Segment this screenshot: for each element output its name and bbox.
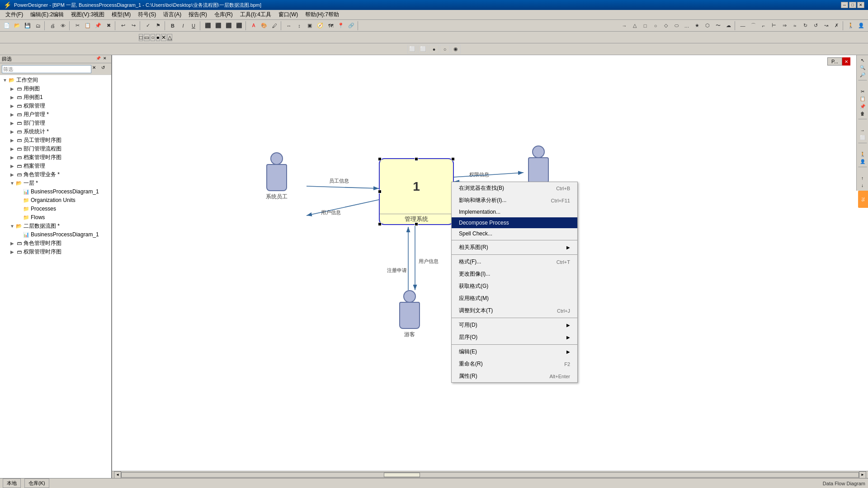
maximize-button[interactable]: □ <box>849 2 856 8</box>
panel-close[interactable]: ✕ <box>103 56 109 62</box>
handle-bl[interactable] <box>378 222 382 226</box>
menu-window[interactable]: 窗口(W) <box>275 10 302 19</box>
ctx-properties[interactable]: 属性(R) Alt+Enter <box>452 370 577 382</box>
tree-item-user-mgmt[interactable]: ▶🗃用户管理 * <box>0 110 111 119</box>
t3-btn4[interactable]: ○ <box>440 45 450 54</box>
close-button[interactable]: ✕ <box>857 2 864 8</box>
align-left[interactable]: ⬛ <box>203 21 213 30</box>
shape-cloud[interactable]: ☁ <box>723 21 733 30</box>
underline-btn[interactable]: U <box>189 21 198 30</box>
menu-repo[interactable]: 仓库(R) <box>211 10 236 19</box>
rp-down[interactable]: ↓ <box>858 183 867 189</box>
rp-up[interactable]: ↑ <box>858 175 867 181</box>
t3-btn1[interactable]: ⬜ <box>407 45 417 54</box>
tree-item-layer2[interactable]: ▼📂二层数据流图 * <box>0 222 111 230</box>
tree-item-dept-flow[interactable]: ▶🗃部门管理流程图 <box>0 145 111 153</box>
hscroll-left[interactable]: ◄ <box>114 471 121 479</box>
cut-btn[interactable]: ✂ <box>72 21 82 30</box>
t3-btn2[interactable]: ⬜ <box>418 45 428 54</box>
shape-tri[interactable]: △ <box>630 21 640 30</box>
hscroll-right[interactable]: ► <box>859 471 866 479</box>
check2-btn[interactable]: ⚑ <box>153 21 163 30</box>
tree-item-emp-mgmt-seq[interactable]: ▶🗃员工管理时序图 <box>0 136 111 145</box>
canvas[interactable]: 员工信息 用户信息 权限信息 显示信息 用户信息 注册申请 <box>112 55 868 471</box>
tree-item-usecase1[interactable]: ▶🗃用例图1 <box>0 93 111 102</box>
filter-input[interactable] <box>2 65 91 73</box>
person-sys-emp[interactable]: 系统员工 <box>266 152 288 201</box>
palette-rect[interactable]: □ <box>139 34 143 41</box>
tree-item-file-mgmt-seq[interactable]: ▶🗃档案管理时序图 <box>0 153 111 162</box>
orange-tab[interactable]: 76 <box>858 191 868 208</box>
status-local-tab[interactable]: 本地 <box>3 479 21 488</box>
group-btn[interactable]: ▣ <box>305 21 315 30</box>
shape-wave[interactable]: 〜 <box>713 21 723 30</box>
rp-copy[interactable]: 📋 <box>858 96 867 102</box>
ctx-format[interactable]: 格式(F)... Ctrl+T <box>452 256 577 268</box>
menu-edit[interactable]: 编辑(E):2编辑 <box>27 10 67 19</box>
open-btn[interactable]: 📂 <box>12 21 22 30</box>
line-straight[interactable]: — <box>738 21 748 30</box>
person2-icon-btn[interactable]: 👤 <box>856 21 866 30</box>
person-admin[interactable] <box>528 145 549 186</box>
rp-person2[interactable]: 👤 <box>858 159 867 165</box>
nav3-btn[interactable]: 📍 <box>336 21 346 30</box>
shape-rect[interactable]: □ <box>640 21 650 30</box>
panel-pin[interactable]: 📌 <box>96 56 102 62</box>
nav2-btn[interactable]: 🗺 <box>326 21 335 30</box>
shape-diamond[interactable]: ◇ <box>661 21 671 30</box>
shape-star[interactable]: ★ <box>692 21 702 30</box>
copy-btn[interactable]: 📋 <box>83 21 93 30</box>
palette-tri[interactable]: △ <box>167 34 172 41</box>
tree-item-bpd2[interactable]: 📊BusinessProcessDiagram_1 <box>0 230 111 239</box>
ctx-align-text[interactable]: 调整到文本(T) Ctrl+J <box>452 305 577 317</box>
t3-btn3[interactable]: ● <box>429 45 439 54</box>
ctx-edit[interactable]: 编辑(E) ▶ <box>452 346 577 358</box>
align-right[interactable]: ⬛ <box>224 21 234 30</box>
shape-arrow[interactable]: → <box>619 21 629 30</box>
line-angle[interactable]: ⌐ <box>759 21 769 30</box>
paste-btn[interactable]: 📌 <box>93 21 103 30</box>
tree-item-file-mgmt[interactable]: ▶🗃档案管理 <box>0 162 111 170</box>
shape-more[interactable]: … <box>682 21 692 30</box>
palette-x[interactable]: ✕ <box>161 34 166 41</box>
check-btn[interactable]: ✓ <box>143 21 153 30</box>
menu-report[interactable]: 报告(R) <box>185 10 211 19</box>
menu-view[interactable]: 视图(V):3视图 <box>67 10 108 19</box>
ctx-layer[interactable]: 层序(O) ▶ <box>452 331 577 343</box>
line-round[interactable]: ↻ <box>800 21 810 30</box>
align-center[interactable]: ⬛ <box>213 21 223 30</box>
bg-color[interactable]: 🎨 <box>259 21 269 30</box>
person-guest[interactable]: 游客 <box>399 290 420 338</box>
rp-arrow[interactable]: ↖ <box>858 57 867 63</box>
minimize-button[interactable]: ─ <box>841 2 848 8</box>
preview-btn[interactable]: 👁 <box>58 21 68 30</box>
rp-box[interactable]: ⬜ <box>858 135 867 141</box>
italic-btn[interactable]: I <box>178 21 188 30</box>
ctx-apply-format[interactable]: 应用格式(M) <box>452 292 577 305</box>
p-panel-tab[interactable]: P... <box>827 57 842 66</box>
menu-tools[interactable]: 工具(I):4工具 <box>236 10 275 19</box>
palette-rect2[interactable]: ▭ <box>144 34 150 41</box>
print-btn[interactable]: 🖨 <box>47 21 57 30</box>
shape-ellipse[interactable]: ⬭ <box>671 21 681 30</box>
rp-arrow2[interactable]: → <box>858 127 867 133</box>
tree-item-usecase-diagram[interactable]: ▶🗃用例图 <box>0 84 111 93</box>
redo-btn[interactable]: ↪ <box>128 21 138 30</box>
ctx-decompose[interactable]: Decompose Process <box>452 217 577 228</box>
rp-paste[interactable]: 📌 <box>858 103 867 109</box>
process-box[interactable]: 1 管理系统 <box>379 158 454 225</box>
rp-del[interactable]: 🗑 <box>858 111 867 117</box>
nav4-btn[interactable]: 🔗 <box>346 21 356 30</box>
rp-cut[interactable]: ✂ <box>858 88 867 94</box>
tree-item-auth-mgmt-seq[interactable]: ▶🗃权限管理时序图 <box>0 248 111 256</box>
hscroll-thumb[interactable] <box>384 473 420 477</box>
rp-zoom-out[interactable]: 🔎 <box>858 72 867 78</box>
save-all-btn[interactable]: 🗂 <box>33 21 43 30</box>
filter-refresh-btn[interactable]: ↺ <box>101 65 109 73</box>
line-step[interactable]: ⊢ <box>769 21 779 30</box>
line-dbl[interactable]: ⇒ <box>779 21 789 30</box>
nav-btn[interactable]: 🧭 <box>315 21 325 30</box>
ctx-related-diagrams[interactable]: 相关系图(R) ▶ <box>452 241 577 253</box>
tree-item-auth-mgmt[interactable]: ▶🗃权限管理 <box>0 102 111 110</box>
status-repo-tab[interactable]: 仓库(K) <box>24 479 49 488</box>
